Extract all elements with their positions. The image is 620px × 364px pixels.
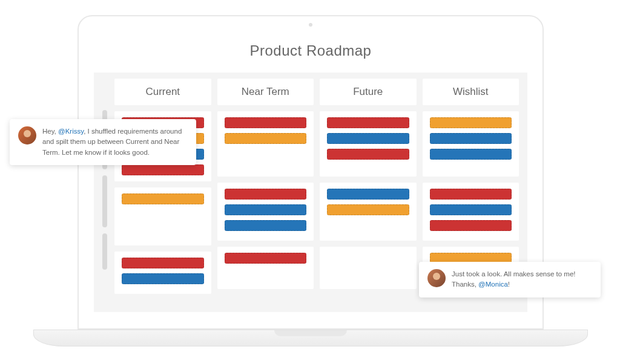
laptop-base <box>33 330 588 346</box>
column-header[interactable]: Current <box>114 79 211 105</box>
row-handle[interactable] <box>102 233 107 270</box>
board-cell[interactable] <box>217 111 314 177</box>
board-cell[interactable] <box>114 252 211 294</box>
board-cell[interactable] <box>217 183 314 241</box>
card[interactable] <box>430 133 512 144</box>
card[interactable] <box>430 117 512 128</box>
board-cell[interactable] <box>423 183 519 241</box>
card[interactable] <box>327 149 409 160</box>
mention[interactable]: @Krissy <box>58 128 84 135</box>
card[interactable] <box>327 189 409 200</box>
comment-text-pre: Just took a look. All makes sense to me!… <box>452 270 576 288</box>
card[interactable] <box>122 273 204 284</box>
avatar[interactable] <box>18 126 36 145</box>
comment-text: Hey, @Krissy, I shuffled requirements ar… <box>42 126 188 158</box>
board-cell[interactable] <box>217 247 314 289</box>
laptop-notch <box>274 330 347 336</box>
camera-icon <box>309 23 312 27</box>
comment-text: Just took a look. All makes sense to me!… <box>452 269 592 290</box>
column-header[interactable]: Future <box>320 79 417 105</box>
card[interactable] <box>430 189 512 200</box>
card[interactable] <box>327 133 409 144</box>
comment-bubble[interactable]: Hey, @Krissy, I shuffled requirements ar… <box>10 119 196 165</box>
card[interactable] <box>327 117 409 128</box>
card[interactable] <box>430 204 512 215</box>
card[interactable] <box>430 149 512 160</box>
card[interactable] <box>225 133 307 144</box>
comment-bubble[interactable]: Just took a look. All makes sense to me!… <box>419 262 601 297</box>
column: Future <box>320 79 417 312</box>
card[interactable] <box>122 193 204 204</box>
comment-text-pre: Hey, <box>42 128 58 135</box>
avatar[interactable] <box>427 269 446 287</box>
card[interactable] <box>225 117 307 128</box>
card[interactable] <box>225 253 307 264</box>
board-cell[interactable] <box>320 183 417 241</box>
row-handles <box>102 79 108 312</box>
column-header[interactable]: Wishlist <box>423 79 519 105</box>
card[interactable] <box>122 258 204 268</box>
column: Near Term <box>217 79 314 312</box>
row-handle[interactable] <box>102 175 107 227</box>
board-cell[interactable] <box>320 247 417 289</box>
card[interactable] <box>225 189 307 200</box>
board-cell[interactable] <box>320 111 417 177</box>
mention[interactable]: @Monica <box>478 281 508 288</box>
board-cell[interactable] <box>114 187 211 245</box>
card[interactable] <box>225 220 307 231</box>
comment-text-post: ! <box>508 281 510 288</box>
card[interactable] <box>327 204 409 215</box>
card[interactable] <box>225 204 307 215</box>
board-cell[interactable] <box>423 111 519 177</box>
column: Current <box>114 79 211 312</box>
column-header[interactable]: Near Term <box>217 79 314 105</box>
card[interactable] <box>122 164 204 175</box>
page-title: Product Roadmap <box>94 31 527 73</box>
card[interactable] <box>430 220 512 231</box>
